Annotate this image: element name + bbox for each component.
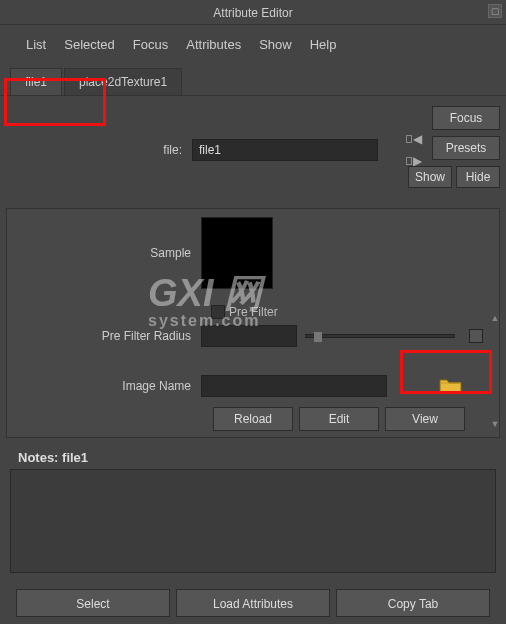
- select-button[interactable]: Select: [16, 589, 170, 617]
- prefilter-radius-input[interactable]: [201, 325, 297, 347]
- file-attributes-panel: Sample Pre Filter Pre Filter Radius Imag…: [6, 208, 500, 438]
- image-action-row: Reload Edit View: [213, 407, 491, 431]
- tab-row: file1 place2dTexture1: [0, 68, 506, 96]
- copy-tab-button[interactable]: Copy Tab: [336, 589, 490, 617]
- main-panel: Focus Presets Show Hide file: ◀ ▶ Sample…: [0, 96, 506, 624]
- menu-bar: List Selected Focus Attributes Show Help: [0, 25, 506, 68]
- notes-section: Notes: file1: [6, 450, 500, 573]
- prefilter-connection-icon[interactable]: [469, 329, 483, 343]
- browse-folder-icon[interactable]: [439, 377, 463, 395]
- bottom-button-row: Select Load Attributes Copy Tab: [6, 581, 500, 624]
- hide-button[interactable]: Hide: [456, 166, 500, 188]
- prefilter-label: Pre Filter: [229, 305, 278, 319]
- notes-label: Notes: file1: [10, 450, 496, 465]
- focus-button[interactable]: Focus: [432, 106, 500, 130]
- node-name-input[interactable]: [192, 139, 378, 161]
- window-title: Attribute Editor: [0, 0, 506, 25]
- presets-button[interactable]: Presets: [432, 136, 500, 160]
- window-title-text: Attribute Editor: [213, 6, 292, 20]
- menu-attributes[interactable]: Attributes: [186, 37, 241, 52]
- menu-help[interactable]: Help: [310, 37, 337, 52]
- tab-file1[interactable]: file1: [10, 68, 62, 95]
- reload-button[interactable]: Reload: [213, 407, 293, 431]
- load-attributes-button[interactable]: Load Attributes: [176, 589, 330, 617]
- close-icon[interactable]: ▢: [488, 4, 502, 18]
- menu-show[interactable]: Show: [259, 37, 292, 52]
- menu-focus[interactable]: Focus: [133, 37, 168, 52]
- view-button[interactable]: View: [385, 407, 465, 431]
- prefilter-radius-label: Pre Filter Radius: [15, 329, 201, 343]
- notes-textarea[interactable]: [10, 469, 496, 573]
- menu-list[interactable]: List: [26, 37, 46, 52]
- image-name-label: Image Name: [15, 379, 201, 393]
- file-type-label: file:: [6, 143, 192, 157]
- show-button[interactable]: Show: [408, 166, 452, 188]
- sample-swatch: [201, 217, 273, 289]
- sample-label: Sample: [15, 246, 201, 260]
- scroll-up-icon[interactable]: ▲: [489, 313, 501, 325]
- image-name-input[interactable]: [201, 375, 387, 397]
- side-button-column: Focus Presets Show Hide: [408, 106, 500, 188]
- menu-selected[interactable]: Selected: [64, 37, 115, 52]
- prefilter-checkbox[interactable]: [211, 305, 225, 319]
- tab-place2dtexture1[interactable]: place2dTexture1: [64, 68, 182, 95]
- scroll-down-icon[interactable]: ▼: [489, 419, 501, 431]
- edit-button[interactable]: Edit: [299, 407, 379, 431]
- prefilter-radius-slider[interactable]: [305, 334, 455, 338]
